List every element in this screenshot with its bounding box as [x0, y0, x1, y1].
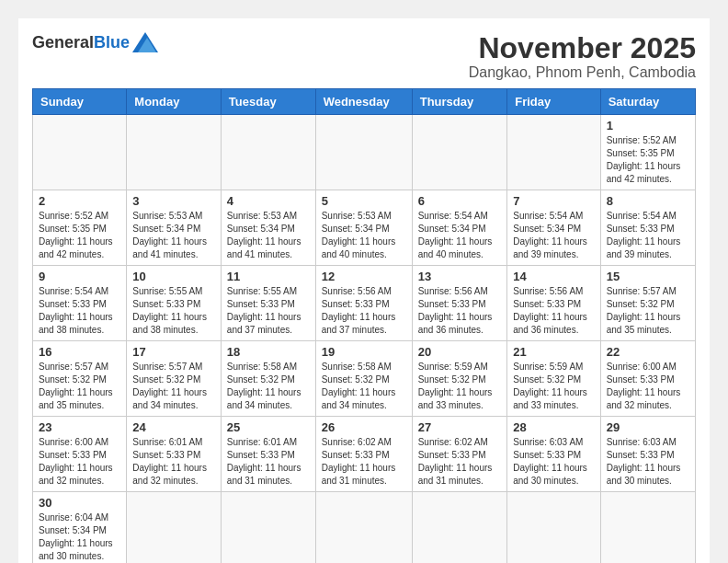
calendar-cell: [315, 492, 412, 563]
calendar-cell: 30Sunrise: 6:04 AM Sunset: 5:34 PM Dayli…: [33, 492, 127, 563]
calendar-cell: 18Sunrise: 5:58 AM Sunset: 5:32 PM Dayli…: [221, 341, 315, 417]
day-info: Sunrise: 6:02 AM Sunset: 5:33 PM Dayligh…: [418, 436, 502, 488]
calendar-cell: 5Sunrise: 5:53 AM Sunset: 5:34 PM Daylig…: [315, 190, 412, 266]
calendar-page: General Blue November 2025 Dangkao, Phno…: [18, 18, 710, 563]
day-number: 18: [227, 345, 310, 359]
calendar-cell: 8Sunrise: 5:54 AM Sunset: 5:33 PM Daylig…: [600, 190, 695, 266]
day-info: Sunrise: 5:54 AM Sunset: 5:33 PM Dayligh…: [607, 210, 689, 261]
logo-general-text: General: [32, 33, 94, 52]
day-number: 17: [132, 345, 215, 359]
calendar-cell: 11Sunrise: 5:55 AM Sunset: 5:33 PM Dayli…: [221, 266, 315, 341]
day-info: Sunrise: 5:52 AM Sunset: 5:35 PM Dayligh…: [39, 210, 120, 261]
calendar-week-4: 16Sunrise: 5:57 AM Sunset: 5:32 PM Dayli…: [33, 341, 696, 417]
day-number: 12: [322, 270, 406, 283]
day-number: 6: [418, 194, 502, 208]
day-number: 11: [227, 270, 310, 283]
day-info: Sunrise: 6:01 AM Sunset: 5:33 PM Dayligh…: [132, 436, 215, 488]
day-number: 5: [322, 194, 406, 208]
day-number: 26: [322, 420, 406, 434]
day-info: Sunrise: 6:01 AM Sunset: 5:33 PM Dayligh…: [227, 436, 310, 488]
calendar-cell: 28Sunrise: 6:03 AM Sunset: 5:33 PM Dayli…: [507, 417, 600, 492]
weekday-header-friday: Friday: [507, 89, 600, 115]
day-info: Sunrise: 5:52 AM Sunset: 5:35 PM Dayligh…: [607, 134, 689, 186]
day-number: 24: [132, 420, 215, 434]
calendar-cell: 27Sunrise: 6:02 AM Sunset: 5:33 PM Dayli…: [412, 417, 507, 492]
day-info: Sunrise: 5:57 AM Sunset: 5:32 PM Dayligh…: [132, 361, 215, 412]
weekday-header-tuesday: Tuesday: [221, 89, 315, 115]
day-info: Sunrise: 6:03 AM Sunset: 5:33 PM Dayligh…: [607, 436, 689, 488]
calendar-cell: [221, 492, 315, 563]
calendar-cell: [600, 492, 695, 563]
day-number: 16: [39, 345, 120, 359]
calendar-cell: 16Sunrise: 5:57 AM Sunset: 5:32 PM Dayli…: [33, 341, 127, 417]
calendar-cell: 2Sunrise: 5:52 AM Sunset: 5:35 PM Daylig…: [33, 190, 127, 266]
calendar-cell: [221, 115, 315, 190]
weekday-header-thursday: Thursday: [412, 89, 507, 115]
day-number: 15: [607, 270, 689, 283]
location: Dangkao, Phnom Penh, Cambodia: [469, 64, 696, 81]
header: General Blue November 2025 Dangkao, Phno…: [32, 32, 696, 81]
calendar-cell: [33, 115, 127, 190]
day-number: 7: [513, 194, 594, 208]
calendar-cell: 10Sunrise: 5:55 AM Sunset: 5:33 PM Dayli…: [127, 266, 222, 341]
day-number: 3: [132, 194, 215, 208]
calendar-table: SundayMondayTuesdayWednesdayThursdayFrid…: [32, 88, 696, 563]
calendar-cell: 13Sunrise: 5:56 AM Sunset: 5:33 PM Dayli…: [412, 266, 507, 341]
day-info: Sunrise: 5:54 AM Sunset: 5:34 PM Dayligh…: [513, 210, 594, 261]
calendar-cell: [507, 492, 600, 563]
day-info: Sunrise: 6:04 AM Sunset: 5:34 PM Dayligh…: [39, 511, 120, 563]
day-number: 20: [418, 345, 502, 359]
calendar-week-6: 30Sunrise: 6:04 AM Sunset: 5:34 PM Dayli…: [33, 492, 696, 563]
title-section: November 2025 Dangkao, Phnom Penh, Cambo…: [469, 32, 696, 81]
calendar-cell: 9Sunrise: 5:54 AM Sunset: 5:33 PM Daylig…: [33, 266, 127, 341]
calendar-cell: 26Sunrise: 6:02 AM Sunset: 5:33 PM Dayli…: [315, 417, 412, 492]
calendar-cell: [127, 115, 222, 190]
calendar-week-5: 23Sunrise: 6:00 AM Sunset: 5:33 PM Dayli…: [33, 417, 696, 492]
calendar-week-3: 9Sunrise: 5:54 AM Sunset: 5:33 PM Daylig…: [33, 266, 696, 341]
month-title: November 2025: [469, 32, 696, 64]
calendar-cell: 15Sunrise: 5:57 AM Sunset: 5:32 PM Dayli…: [600, 266, 695, 341]
day-info: Sunrise: 6:03 AM Sunset: 5:33 PM Dayligh…: [513, 436, 594, 488]
day-number: 10: [132, 270, 215, 283]
day-info: Sunrise: 5:58 AM Sunset: 5:32 PM Dayligh…: [227, 361, 310, 412]
calendar-cell: 3Sunrise: 5:53 AM Sunset: 5:34 PM Daylig…: [127, 190, 222, 266]
calendar-cell: 14Sunrise: 5:56 AM Sunset: 5:33 PM Dayli…: [507, 266, 600, 341]
weekday-header-row: SundayMondayTuesdayWednesdayThursdayFrid…: [33, 89, 696, 115]
calendar-cell: 20Sunrise: 5:59 AM Sunset: 5:32 PM Dayli…: [412, 341, 507, 417]
day-number: 14: [513, 270, 594, 283]
day-info: Sunrise: 5:56 AM Sunset: 5:33 PM Dayligh…: [418, 285, 502, 337]
day-info: Sunrise: 5:54 AM Sunset: 5:33 PM Dayligh…: [39, 285, 120, 337]
calendar-cell: 19Sunrise: 5:58 AM Sunset: 5:32 PM Dayli…: [315, 341, 412, 417]
weekday-header-sunday: Sunday: [33, 89, 127, 115]
day-info: Sunrise: 5:58 AM Sunset: 5:32 PM Dayligh…: [322, 361, 406, 412]
day-number: 23: [39, 420, 120, 434]
day-info: Sunrise: 5:56 AM Sunset: 5:33 PM Dayligh…: [322, 285, 406, 337]
calendar-cell: 7Sunrise: 5:54 AM Sunset: 5:34 PM Daylig…: [507, 190, 600, 266]
logo-blue-text: Blue: [94, 33, 130, 52]
day-number: 30: [39, 496, 120, 510]
weekday-header-saturday: Saturday: [600, 89, 695, 115]
calendar-cell: 21Sunrise: 5:59 AM Sunset: 5:32 PM Dayli…: [507, 341, 600, 417]
calendar-cell: 24Sunrise: 6:01 AM Sunset: 5:33 PM Dayli…: [127, 417, 222, 492]
weekday-header-wednesday: Wednesday: [315, 89, 412, 115]
day-info: Sunrise: 5:53 AM Sunset: 5:34 PM Dayligh…: [322, 210, 406, 261]
day-info: Sunrise: 6:02 AM Sunset: 5:33 PM Dayligh…: [322, 436, 406, 488]
day-info: Sunrise: 5:59 AM Sunset: 5:32 PM Dayligh…: [418, 361, 502, 412]
calendar-cell: 29Sunrise: 6:03 AM Sunset: 5:33 PM Dayli…: [600, 417, 695, 492]
day-number: 27: [418, 420, 502, 434]
calendar-week-1: 1Sunrise: 5:52 AM Sunset: 5:35 PM Daylig…: [33, 115, 696, 190]
day-number: 28: [513, 420, 594, 434]
calendar-cell: 6Sunrise: 5:54 AM Sunset: 5:34 PM Daylig…: [412, 190, 507, 266]
calendar-cell: [127, 492, 222, 563]
calendar-cell: 1Sunrise: 5:52 AM Sunset: 5:35 PM Daylig…: [600, 115, 695, 190]
day-number: 8: [607, 194, 689, 208]
calendar-cell: 25Sunrise: 6:01 AM Sunset: 5:33 PM Dayli…: [221, 417, 315, 492]
day-info: Sunrise: 5:57 AM Sunset: 5:32 PM Dayligh…: [39, 361, 120, 412]
day-info: Sunrise: 6:00 AM Sunset: 5:33 PM Dayligh…: [39, 436, 120, 488]
day-info: Sunrise: 5:53 AM Sunset: 5:34 PM Dayligh…: [227, 210, 310, 261]
day-number: 9: [39, 270, 120, 283]
day-number: 29: [607, 420, 689, 434]
day-number: 4: [227, 194, 310, 208]
calendar-cell: 22Sunrise: 6:00 AM Sunset: 5:33 PM Dayli…: [600, 341, 695, 417]
calendar-cell: 12Sunrise: 5:56 AM Sunset: 5:33 PM Dayli…: [315, 266, 412, 341]
